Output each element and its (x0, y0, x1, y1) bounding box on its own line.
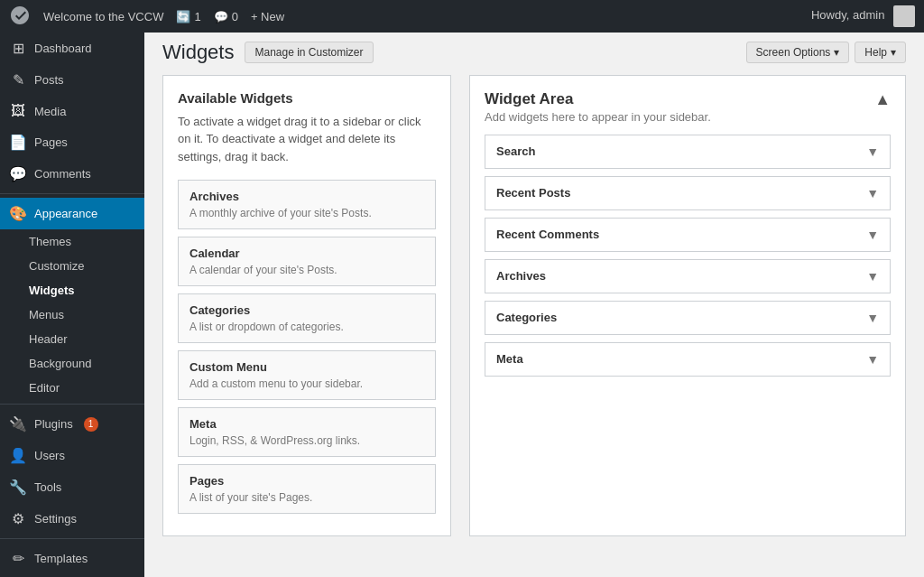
submenu-item-header[interactable]: Header (0, 327, 144, 351)
sidebar-item-tools[interactable]: 🔧 Tools (0, 471, 144, 503)
widget-meta[interactable]: Meta Login, RSS, & WordPress.org links. (178, 407, 436, 457)
sidebar-item-pages[interactable]: 📄 Pages (0, 126, 144, 158)
sidebar-item-media[interactable]: 🖼 Media (0, 96, 144, 126)
sidebar-item-comments[interactable]: 💬 Comments (0, 158, 144, 190)
sidebar-item-dashboard[interactable]: ⊞ Dashboard (0, 33, 144, 64)
howdy-text: Howdy, admin (811, 5, 915, 27)
admin-bar: Welcome to the VCCW 🔄1 💬0 + New Howdy, a… (0, 0, 924, 33)
sidebar-item-plugins[interactable]: 🔌 Plugins 1 (0, 408, 144, 440)
available-widgets-title: Available Widgets (178, 90, 436, 106)
widget-pages[interactable]: Pages A list of your site's Pages. (178, 464, 436, 514)
main-content: Widgets Manage in Customizer Screen Opti… (144, 33, 924, 577)
updates-icon[interactable]: 🔄1 (176, 10, 200, 23)
slot-categories[interactable]: Categories ▼ (485, 301, 891, 335)
recent-posts-expand-icon: ▼ (866, 186, 879, 200)
submenu-item-menus[interactable]: Menus (0, 302, 144, 327)
help-button[interactable]: Help ▾ (855, 42, 906, 63)
recent-comments-expand-icon: ▼ (866, 228, 879, 242)
tools-icon: 🔧 (9, 479, 27, 496)
comments-nav-icon: 💬 (9, 165, 27, 182)
pages-icon: 📄 (9, 134, 27, 151)
available-widgets-panel: Available Widgets To activate a widget d… (162, 75, 451, 537)
search-expand-icon: ▼ (866, 144, 879, 159)
manage-customizer-button[interactable]: Manage in Customizer (245, 42, 373, 63)
widget-categories[interactable]: Categories A list or dropdown of categor… (178, 293, 436, 343)
meta-expand-icon: ▼ (866, 352, 879, 367)
media-icon: 🖼 (9, 103, 27, 119)
widget-area-title: Widget Area (485, 90, 711, 108)
appearance-icon: 🎨 (9, 205, 27, 222)
available-widgets-desc: To activate a widget drag it to a sideba… (178, 113, 436, 166)
plugins-badge: 1 (84, 417, 98, 432)
widget-archives[interactable]: Archives A monthly archive of your site'… (178, 180, 436, 229)
plugins-icon: 🔌 (9, 415, 27, 433)
slot-archives[interactable]: Archives ▼ (485, 259, 891, 293)
sidebar: ⊞ Dashboard ✎ Posts 🖼 Media 📄 Pages 💬 Co… (0, 33, 144, 577)
new-content-button[interactable]: + New (251, 10, 284, 23)
submenu-item-editor[interactable]: Editor (0, 376, 144, 400)
templates-icon: ✏ (9, 550, 27, 567)
chevron-down-icon: ▾ (834, 46, 839, 59)
page-title: Widgets (162, 40, 234, 66)
submenu-item-background[interactable]: Background (0, 351, 144, 376)
sidebar-item-settings[interactable]: ⚙ Settings (0, 503, 144, 535)
submenu-item-themes[interactable]: Themes (0, 229, 144, 254)
sidebar-item-templates[interactable]: ✏ Templates (0, 543, 144, 574)
site-name[interactable]: Welcome to the VCCW (43, 10, 163, 23)
dashboard-icon: ⊞ (9, 40, 27, 57)
categories-expand-icon: ▼ (866, 311, 879, 325)
comments-icon[interactable]: 💬0 (214, 10, 238, 23)
slot-meta[interactable]: Meta ▼ (485, 342, 891, 377)
users-icon: 👤 (9, 447, 27, 464)
widget-custom-menu[interactable]: Custom Menu Add a custom menu to your si… (178, 350, 436, 400)
widget-area-desc: Add widgets here to appear in your sideb… (485, 110, 711, 124)
widget-area-collapse-button[interactable]: ▲ (874, 90, 891, 109)
widget-area-panel: Widget Area Add widgets here to appear i… (469, 75, 906, 537)
screen-options-button[interactable]: Screen Options ▾ (746, 42, 850, 63)
sidebar-item-posts[interactable]: ✎ Posts (0, 64, 144, 96)
slot-search[interactable]: Search ▼ (485, 135, 891, 169)
posts-icon: ✎ (9, 71, 27, 88)
content-header: Widgets Manage in Customizer Screen Opti… (144, 33, 924, 66)
submenu-item-widgets[interactable]: Widgets (0, 278, 144, 302)
slot-recent-comments[interactable]: Recent Comments ▼ (485, 218, 891, 252)
help-chevron-icon: ▾ (891, 46, 896, 59)
archives-expand-icon: ▼ (866, 269, 879, 284)
sidebar-item-appearance[interactable]: 🎨 Appearance (0, 198, 144, 229)
sidebar-item-users[interactable]: 👤 Users (0, 440, 144, 471)
widget-calendar[interactable]: Calendar A calendar of your site's Posts… (178, 237, 436, 286)
submenu-item-customize[interactable]: Customize (0, 254, 144, 278)
wp-logo[interactable] (9, 5, 31, 29)
slot-recent-posts[interactable]: Recent Posts ▼ (485, 176, 891, 210)
settings-icon: ⚙ (9, 510, 27, 527)
